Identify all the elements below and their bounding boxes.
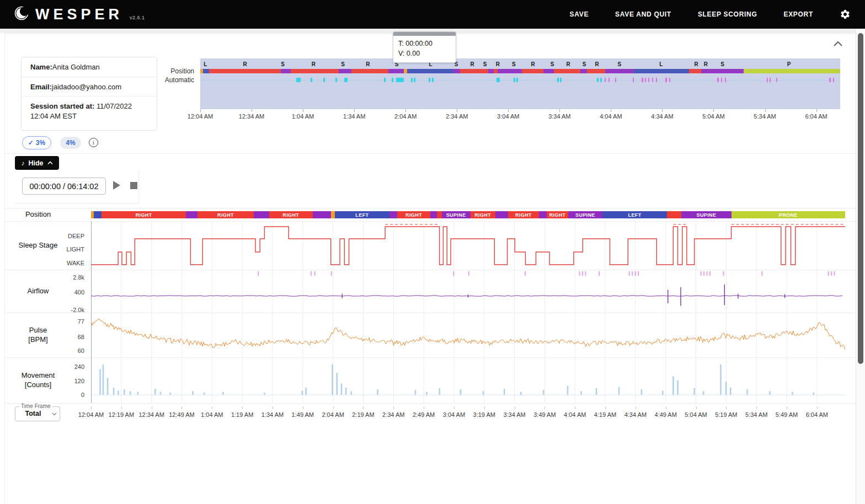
overview-letter: S	[483, 61, 487, 67]
tick-mark	[817, 406, 818, 409]
tick-label: 1:04 AM	[292, 113, 314, 120]
top-navbar: WESPER v2.6.1 SAVE SAVE AND QUIT SLEEP S…	[0, 0, 865, 29]
tick-label: 1:34 AM	[343, 113, 365, 120]
airflow-plot[interactable]	[91, 270, 845, 313]
tick-mark	[363, 406, 364, 409]
overview-letter: R	[243, 61, 247, 67]
pulse-ytick-mid: 68	[50, 334, 84, 340]
patient-name-label: Name:	[30, 63, 52, 71]
tick-mark	[787, 406, 787, 409]
overview-letter: P	[787, 61, 791, 67]
info-icon[interactable]: i	[89, 138, 98, 147]
auto-event-mark	[645, 78, 646, 82]
position-segment	[580, 69, 587, 73]
position-segment	[351, 69, 388, 73]
hide-label: Hide	[28, 159, 43, 167]
pulse-chart	[91, 313, 845, 357]
auto-event-mark	[669, 78, 670, 82]
overview-letter: R	[312, 61, 316, 67]
tick-label: 3:04 AM	[497, 113, 519, 120]
tooltip-time: T: 00:00:00	[398, 39, 451, 49]
auto-event-mark	[323, 78, 325, 82]
tick-label: 1:49 AM	[292, 411, 314, 418]
tick-label: 4:49 AM	[655, 411, 677, 418]
tick-mark	[121, 406, 122, 409]
airflow-chart	[91, 270, 845, 313]
overview-letter: R	[704, 61, 708, 67]
position-strip[interactable]: RIGHTRIGHTRIGHTLEFTRIGHTSUPINERIGHTRIGHT…	[91, 211, 845, 218]
position-segment	[388, 69, 404, 73]
position-segment	[498, 69, 522, 73]
sleep-stage-chart	[91, 221, 845, 270]
gear-icon[interactable]	[840, 9, 851, 20]
tick-mark	[252, 109, 252, 112]
auto-event-mark	[642, 78, 643, 82]
collapse-panel-chevron-icon[interactable]	[832, 39, 844, 50]
position-segment: SUPINE	[442, 211, 471, 218]
position-segment: LEFT	[335, 211, 390, 218]
tick-mark	[611, 109, 611, 112]
position-segment	[209, 69, 281, 73]
tick-mark	[544, 406, 545, 409]
tick-mark	[454, 406, 455, 409]
save-button[interactable]: SAVE	[570, 10, 589, 18]
score-primary-value: 3%	[36, 139, 45, 147]
overview-letter: S	[551, 61, 554, 67]
auto-event-mark	[311, 78, 312, 82]
pulse-plot[interactable]	[91, 313, 845, 357]
tick-mark	[713, 109, 714, 112]
session-start-row: Session started at: 11/07/2022 12:04 AM …	[22, 96, 157, 125]
check-icon: ✓	[28, 139, 34, 147]
position-segment	[605, 69, 634, 73]
tick-label: 5:34 AM	[754, 113, 776, 120]
tick-label: 2:19 AM	[352, 411, 374, 418]
auto-event-mark	[560, 78, 562, 82]
auto-event-mark	[767, 78, 768, 82]
auto-event-mark	[411, 78, 413, 82]
position-segment	[488, 69, 494, 73]
auto-event-mark	[776, 78, 777, 82]
auto-event-mark	[600, 78, 602, 82]
window-scrollbar[interactable]	[856, 29, 865, 504]
score-badge-primary[interactable]: ✓ 3%	[22, 136, 51, 149]
tick-label: 3:49 AM	[533, 411, 556, 418]
tick-mark	[559, 109, 560, 112]
auto-event-mark	[432, 78, 434, 82]
auto-event-mark	[633, 78, 634, 82]
overview-letter: R	[366, 61, 370, 67]
overview-letter: S	[512, 61, 516, 67]
tick-label: 2:04 AM	[394, 113, 417, 120]
position-segment	[254, 211, 269, 218]
auto-event-mark	[721, 78, 722, 82]
timeframe-select[interactable]: Time Frame Total	[15, 406, 60, 421]
position-segment	[339, 69, 351, 73]
tick-mark	[605, 406, 606, 409]
position-segment: RIGHT	[102, 211, 186, 218]
overview-letter: L	[659, 61, 663, 67]
score-badge-secondary[interactable]: 4%	[60, 137, 81, 149]
export-button[interactable]: EXPORT	[783, 10, 813, 18]
auto-event-mark	[396, 78, 404, 82]
movement-plot[interactable]	[91, 357, 845, 403]
scrollbar-thumb[interactable]	[858, 33, 863, 364]
tick-mark	[816, 109, 817, 112]
tick-label: 3:34 AM	[548, 113, 570, 120]
bottom-time-axis: 12:04 AM12:19 AM12:34 AM12:49 AM1:04 AM1…	[91, 411, 845, 419]
sleep-scoring-button[interactable]: SLEEP SCORING	[698, 10, 757, 18]
session-start-label: Session started at:	[30, 102, 94, 110]
overview-hypnogram-strip[interactable]: LRSRSRSLSRSRSRSRSRSLRRSP	[200, 58, 840, 109]
save-and-quit-button[interactable]: SAVE AND QUIT	[615, 10, 671, 18]
overview-letter: R	[694, 61, 698, 67]
play-button[interactable]	[113, 181, 120, 190]
sleep-stage-plot[interactable]	[91, 221, 845, 270]
stop-button[interactable]	[130, 182, 137, 189]
tick-mark	[575, 406, 575, 409]
tick-label: 3:04 AM	[443, 411, 465, 418]
position-segment	[522, 69, 543, 73]
auto-event-mark	[652, 78, 653, 82]
tooltip-value: V: 0.00	[398, 49, 451, 58]
tick-mark	[303, 109, 303, 112]
tick-label: 4:34 AM	[651, 113, 673, 120]
hide-audio-button[interactable]: ♪ Hide	[15, 156, 59, 170]
tick-mark	[756, 406, 757, 409]
